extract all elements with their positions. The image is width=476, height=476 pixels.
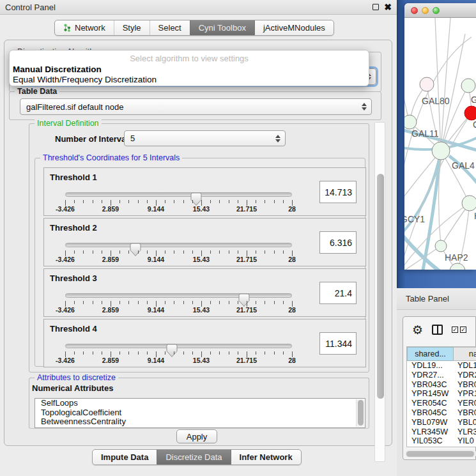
slider-tick [83, 301, 84, 304]
cell-shared-name[interactable]: YLR345W [407, 427, 454, 437]
network-node[interactable] [461, 79, 475, 93]
threshold-slider-track[interactable] [65, 243, 292, 247]
slider-tick [102, 351, 102, 355]
cell-shared-name[interactable]: YDR27... [407, 371, 454, 380]
network-node[interactable] [404, 115, 417, 129]
column-header-shared-name[interactable]: shared... [407, 347, 454, 361]
table-row[interactable]: YBL079WYBL0 [407, 418, 476, 427]
slider-tick [192, 351, 193, 355]
zoom-window-icon[interactable] [433, 7, 440, 14]
tab-discretize-data[interactable]: Discretize Data [157, 450, 230, 464]
attribute-list-item[interactable]: TopologicalCoefficient [35, 408, 365, 418]
table-hscrollbar[interactable] [405, 450, 476, 457]
close-panel-icon[interactable]: ✖ [384, 4, 392, 10]
table-toolbar: ⚙ ✓✓ [403, 317, 476, 342]
cell-name[interactable]: YDL1 [454, 361, 476, 371]
threshold-slider-track[interactable] [65, 293, 292, 298]
cell-shared-name[interactable]: YBR045C [407, 408, 454, 418]
gear-icon[interactable]: ⚙ [412, 324, 423, 336]
slider-tick [265, 200, 265, 203]
slider-tick [238, 200, 238, 203]
table-row[interactable]: YBR045CYBR0 [407, 408, 476, 418]
settings-scrollbar[interactable] [374, 122, 385, 462]
combo-arrows-icon [275, 135, 280, 142]
threshold-slider-track[interactable] [65, 344, 292, 348]
cell-name[interactable]: YBL0 [454, 418, 476, 427]
tab-select[interactable]: Select [150, 20, 190, 35]
network-node[interactable] [435, 240, 447, 252]
network-edge[interactable] [441, 18, 450, 151]
cell-name[interactable]: YPR1 [454, 389, 476, 399]
threshold-value-field[interactable]: 11.344 [319, 332, 357, 355]
cell-shared-name[interactable]: YDL19... [407, 361, 454, 371]
slider-tick [229, 351, 229, 355]
slider-tick [256, 351, 256, 355]
slider-tick [283, 250, 284, 254]
slider-tick [138, 301, 139, 304]
float-panel-icon[interactable] [372, 4, 379, 10]
threshold-value-field[interactable]: 14.713 [319, 181, 357, 203]
threshold-value-field[interactable]: 21.4 [319, 282, 357, 304]
table-row[interactable]: YPR145WYPR1 [407, 389, 476, 399]
tab-network[interactable]: Network [55, 20, 114, 35]
node-table[interactable]: shared... name YDL19...YDL1YDR27...YDR2Y… [406, 346, 476, 447]
table-row[interactable]: YLR345WYLR3 [407, 427, 476, 437]
attribute-list-item[interactable]: SelfLoops [35, 399, 365, 408]
slider-tick-label: 15.43 [193, 306, 210, 314]
cell-shared-name[interactable]: YBL079W [407, 418, 454, 427]
cell-shared-name[interactable]: YIL053C [407, 436, 454, 446]
attributes-scrollbar[interactable] [356, 399, 364, 427]
cell-name[interactable]: YLR3 [454, 427, 476, 437]
apply-button[interactable]: Apply [176, 429, 217, 443]
close-window-icon[interactable] [411, 7, 418, 14]
dropdown-option-equal-width[interactable]: Equal Width/Frequency Discretization [13, 75, 157, 84]
slider-tick-label: 21.715 [236, 256, 257, 263]
cell-name[interactable]: YBR0 [454, 408, 476, 418]
tab-cyni-toolbox[interactable]: Cyni Toolbox [190, 20, 254, 35]
network-canvas[interactable]: GAL80GACGAL11GAL4GCY1HHAP2 [404, 18, 476, 270]
numerical-attributes-list[interactable]: SelfLoopsTopologicalCoefficientBetweenne… [35, 398, 365, 428]
threshold-value-field[interactable]: 6.316 [319, 231, 357, 254]
threshold-slider-track[interactable] [65, 192, 292, 197]
table-row[interactable]: YDL19...YDL1 [407, 361, 476, 371]
cell-shared-name[interactable]: YER054C [407, 399, 454, 408]
select-columns-icon[interactable]: ✓✓ [452, 326, 466, 333]
slider-tick [128, 250, 129, 254]
cell-name[interactable]: YER0 [454, 399, 476, 408]
tab-jactivemnodules[interactable]: jActiveMNodules [254, 20, 334, 35]
slider-tick-label: 28 [288, 357, 296, 364]
slider-tick [174, 250, 174, 254]
attribute-list-item[interactable]: BetweennessCentrality [35, 417, 365, 427]
network-node[interactable] [420, 77, 434, 91]
table-row[interactable]: YER054CYER0 [407, 399, 476, 408]
number-of-intervals-combobox[interactable]: 5 [124, 130, 286, 146]
slider-tick [147, 301, 148, 304]
network-view-window[interactable]: GAL80GACGAL11GAL4GCY1HHAP2 [404, 3, 476, 270]
minimize-window-icon[interactable] [422, 7, 429, 14]
dropdown-placeholder-option[interactable]: Select algorithm to view settings [10, 54, 369, 63]
cell-shared-name[interactable]: YBR043C [407, 380, 454, 390]
table-panel-title: Table Panel [406, 294, 449, 303]
table-data-combobox[interactable]: galFiltered.sif default node [20, 98, 372, 115]
cell-name[interactable]: YBR0 [454, 380, 476, 390]
tab-style[interactable]: Style [114, 20, 150, 35]
split-view-icon[interactable] [432, 325, 443, 335]
table-row[interactable]: YDR27...YDR2 [407, 371, 476, 380]
table-row[interactable]: YIL053CYIL0 [407, 436, 476, 446]
slider-tick [256, 250, 256, 254]
cell-name[interactable]: YDR2 [454, 371, 476, 380]
tab-infer-network[interactable]: Infer Network [231, 450, 301, 464]
table-hscrollbar-thumb[interactable] [406, 451, 474, 457]
cell-name[interactable]: YIL0 [454, 436, 476, 446]
table-row[interactable]: YBR043CYBR0 [407, 380, 476, 390]
dropdown-option-manual[interactable]: Manual Discretization [13, 65, 102, 74]
settings-scrollbar-thumb[interactable] [377, 174, 384, 399]
slider-tick [102, 301, 102, 304]
cell-shared-name[interactable]: YPR145W [407, 389, 454, 399]
tab-impute-data[interactable]: Impute Data [93, 450, 157, 464]
network-node[interactable] [462, 196, 476, 211]
network-node[interactable] [464, 106, 476, 120]
column-header-name[interactable]: name [454, 347, 476, 361]
network-node[interactable] [432, 142, 450, 160]
interval-definition-group: Interval Definition Number of Intervals … [29, 123, 369, 372]
